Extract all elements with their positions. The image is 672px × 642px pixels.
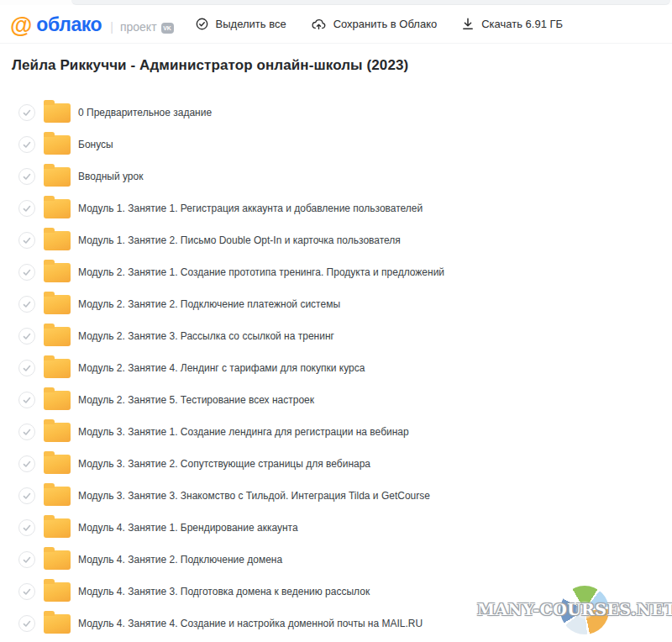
folder-name: Модуль 4. Занятие 3. Подготовка домена к… [78, 586, 370, 597]
folder-icon [44, 359, 71, 378]
check-icon [23, 109, 31, 117]
folder-name: Модуль 3. Занятие 2. Сопутствующие стран… [78, 458, 370, 470]
row-checkbox[interactable] [18, 264, 35, 281]
download-label: Скачать 6.91 ГБ [481, 18, 563, 30]
folder-row[interactable]: Модуль 3. Занятие 1. Создание лендинга д… [18, 416, 672, 448]
vk-badge-icon: VK [161, 23, 174, 34]
check-circle-icon [196, 18, 208, 30]
save-to-cloud-label: Сохранить в Облако [333, 18, 438, 30]
folder-icon [44, 487, 71, 506]
folder-name: Модуль 2. Занятие 5. Тестирование всех н… [78, 394, 314, 406]
check-icon [23, 237, 31, 245]
vk-project-label: проект [120, 20, 157, 34]
folder-icon [44, 391, 71, 410]
row-checkbox[interactable] [18, 519, 35, 536]
check-icon [23, 556, 31, 564]
select-all-button[interactable]: Выделить все [196, 18, 286, 30]
folder-name: Модуль 1. Занятие 2. Письмо Double Opt-I… [78, 234, 401, 246]
folder-row[interactable]: Модуль 3. Занятие 3. Знакомство с Тильдо… [18, 480, 672, 512]
row-checkbox[interactable] [18, 360, 35, 376]
check-icon [23, 205, 31, 213]
folder-row[interactable]: Модуль 4. Занятие 3. Подготовка домена к… [18, 576, 672, 608]
row-checkbox[interactable] [18, 136, 35, 153]
row-checkbox[interactable] [18, 583, 35, 600]
row-checkbox[interactable] [18, 296, 35, 313]
folder-row[interactable]: Модуль 4. Занятие 2. Подключение домена [18, 544, 672, 576]
check-icon [23, 333, 31, 340]
row-checkbox[interactable] [18, 200, 35, 217]
folder-icon [44, 167, 71, 187]
folder-row[interactable]: Модуль 1. Занятие 2. Письмо Double Opt-I… [18, 224, 672, 256]
check-icon [23, 269, 31, 276]
browser-bar-fragment [71, 0, 670, 5]
folder-name: Бонусы [78, 139, 113, 150]
row-checkbox[interactable] [18, 551, 35, 568]
row-checkbox[interactable] [18, 168, 35, 185]
folder-icon [44, 231, 71, 250]
folder-name: Модуль 4. Занятие 1. Брендирование аккау… [78, 522, 298, 534]
folder-icon [44, 582, 71, 602]
row-checkbox[interactable] [18, 424, 35, 440]
folder-icon [44, 423, 71, 442]
check-icon [23, 588, 31, 596]
folder-row[interactable]: Бонусы [18, 129, 672, 160]
check-icon [23, 460, 31, 468]
folder-row[interactable]: 0 Предварительное задание [18, 97, 672, 129]
download-icon [462, 18, 474, 30]
download-button[interactable]: Скачать 6.91 ГБ [462, 18, 563, 30]
toolbar: @ облако | проект VK Выделить все Сохран… [0, 5, 672, 44]
folder-name: Вводный урок [78, 171, 143, 182]
folder-name: Модуль 4. Занятие 2. Подключение домена [78, 554, 282, 566]
folder-name: Модуль 2. Занятие 1. Создание прототипа … [78, 266, 444, 278]
folder-name: Модуль 3. Занятие 3. Знакомство с Тильдо… [78, 490, 430, 502]
folder-row[interactable]: Вводный урок [18, 160, 672, 192]
folder-row[interactable]: Модуль 2. Занятие 2. Подключение платежн… [18, 288, 672, 320]
folder-row[interactable]: Модуль 2. Занятие 5. Тестирование всех н… [18, 384, 672, 416]
check-icon [23, 620, 31, 628]
check-icon [23, 397, 31, 404]
select-all-label: Выделить все [216, 18, 286, 30]
logo-separator: | [110, 20, 113, 34]
folder-name: Модуль 3. Занятие 1. Создание лендинга д… [78, 426, 409, 438]
check-icon [23, 301, 31, 308]
cloud-logo-text: облако [36, 15, 102, 34]
folder-row[interactable]: Модуль 2. Занятие 4. Лендинг с тарифами … [18, 352, 672, 384]
check-icon [23, 141, 31, 149]
row-checkbox[interactable] [18, 104, 35, 121]
check-icon [23, 365, 31, 372]
page-title: Лейла Риккуччи - Администратор онлайн-шк… [12, 57, 660, 74]
save-to-cloud-button[interactable]: Сохранить в Облако [312, 18, 438, 30]
folder-row[interactable]: Модуль 3. Занятие 2. Сопутствующие стран… [18, 448, 672, 480]
folder-list: 0 Предварительное задание Бонусы Вводный… [0, 97, 672, 639]
check-icon [23, 429, 31, 436]
folder-icon [44, 455, 71, 474]
folder-name: Модуль 4. Занятие 4. Создание и настройк… [78, 618, 423, 629]
row-checkbox[interactable] [18, 232, 35, 249]
folder-row[interactable]: Модуль 4. Занятие 4. Создание и настройк… [18, 608, 672, 639]
folder-row[interactable]: Модуль 1. Занятие 1. Регистрация аккаунт… [18, 192, 672, 224]
folder-icon [44, 295, 71, 314]
folder-row[interactable]: Модуль 4. Занятие 1. Брендирование аккау… [18, 512, 672, 544]
check-icon [23, 524, 31, 532]
toolbar-actions: Выделить все Сохранить в Облако Скачать … [196, 18, 564, 30]
row-checkbox[interactable] [18, 328, 35, 345]
folder-icon [44, 135, 71, 155]
folder-name: 0 Предварительное задание [78, 107, 212, 118]
folder-icon [44, 550, 71, 570]
folder-icon [44, 614, 71, 634]
folder-name: Модуль 1. Занятие 1. Регистрация аккаунт… [78, 203, 423, 214]
folder-name: Модуль 2. Занятие 3. Рассылка со ссылкой… [78, 330, 334, 342]
cloud-upload-icon [312, 18, 326, 30]
folder-name: Модуль 2. Занятие 2. Подключение платежн… [78, 298, 340, 310]
row-checkbox[interactable] [18, 615, 35, 632]
folder-row[interactable]: Модуль 2. Занятие 3. Рассылка со ссылкой… [18, 320, 672, 352]
check-icon [23, 492, 31, 500]
check-icon [23, 173, 31, 181]
cloud-logo[interactable]: @ облако | проект VK [10, 13, 174, 35]
folder-icon [44, 103, 71, 123]
folder-icon [44, 327, 71, 346]
folder-row[interactable]: Модуль 2. Занятие 1. Создание прототипа … [18, 256, 672, 288]
row-checkbox[interactable] [18, 487, 35, 504]
row-checkbox[interactable] [18, 392, 35, 408]
row-checkbox[interactable] [18, 455, 35, 472]
